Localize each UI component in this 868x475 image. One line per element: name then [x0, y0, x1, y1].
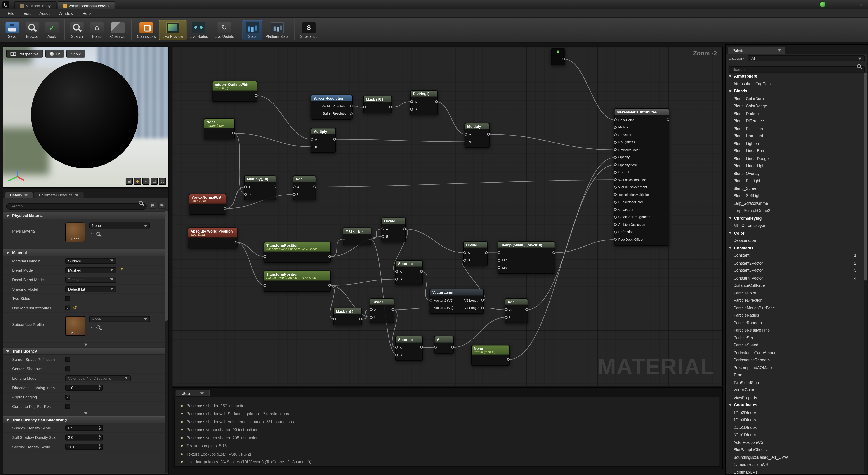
node-transformposition[interactable]: TransformPositionAbsolute World Space to… [264, 271, 331, 291]
input-pin[interactable] [498, 259, 500, 262]
input-pin[interactable] [614, 119, 617, 121]
node-multiply[interactable]: MultiplyAB [465, 123, 490, 148]
input-pin[interactable] [614, 186, 617, 188]
contact-shadows-checkbox[interactable] [65, 366, 70, 371]
input-pin[interactable] [614, 216, 617, 218]
input-pin[interactable] [311, 138, 313, 140]
toolbar-stats-button[interactable]: Stats [242, 20, 262, 40]
palette-item-lerp-scratchgrime[interactable]: Lerp_ScratchGrime [727, 199, 863, 207]
output-pin[interactable] [359, 318, 362, 320]
palette-item-blend-lineardodge[interactable]: Blend_LinearDodge [727, 155, 863, 162]
input-pin[interactable] [244, 193, 247, 196]
toolbar-search-button[interactable]: Search [67, 20, 87, 40]
input-pin[interactable] [614, 201, 617, 203]
output-pin[interactable] [328, 255, 331, 258]
input-pin[interactable] [434, 346, 437, 349]
palette-item-blend-softlight[interactable]: Blend_SoftLight [727, 192, 863, 199]
subsurface-profile-thumbnail[interactable]: None [65, 316, 85, 336]
palette-item-blend-difference[interactable]: Blend_Difference [727, 117, 863, 125]
palette-item-particlerandom[interactable]: ParticleRandom [727, 319, 863, 326]
palette-item-blursampleoffsets[interactable]: BlurSampleOffsets [727, 446, 863, 453]
output-pin[interactable] [403, 227, 406, 230]
reset-to-default-icon[interactable]: ↺ [73, 305, 77, 310]
node-subtract[interactable]: SubtractAB [395, 260, 423, 285]
node-absolute-world-position[interactable]: Absolute World PositionInput Data [188, 227, 237, 248]
output-pin[interactable] [485, 251, 488, 254]
node-mask-b[interactable]: Mask ( B ) [333, 308, 362, 325]
directional-lighting-inten-field[interactable]: 1.0 [65, 384, 103, 390]
shading-model-dropdown[interactable]: Default Lit [65, 286, 116, 292]
palette-item-blend-exclusion[interactable]: Blend_Exclusion [727, 125, 863, 132]
palette-item-blend-linearlight[interactable]: Blend_LinearLight [727, 162, 863, 170]
menu-help[interactable]: Help [78, 10, 95, 17]
toolbar-connectors-button[interactable]: Connectors [133, 20, 159, 40]
input-pin[interactable] [614, 149, 617, 151]
spinner-icon[interactable] [98, 426, 102, 430]
palette-group-color[interactable]: Color [727, 229, 863, 237]
toolbar-home-button[interactable]: ⌂Home [87, 20, 107, 40]
input-pin[interactable] [614, 223, 617, 226]
input-pin[interactable] [505, 309, 507, 311]
node-mask-b[interactable]: Mask ( B ) [343, 227, 371, 245]
close-button[interactable]: × [855, 0, 867, 9]
palette-item-particleradius[interactable]: ParticleRadius [727, 312, 863, 319]
spinner-icon[interactable] [98, 435, 102, 439]
menu-window[interactable]: Window [54, 10, 78, 17]
palette-item-desaturation[interactable]: Desaturation [727, 237, 863, 244]
palette-item-distancecullfade[interactable]: DistanceCullFade [727, 282, 863, 289]
palette-item-particlespeed[interactable]: ParticleSpeed [727, 342, 863, 349]
filter-grid-icon[interactable]: ▦ [149, 201, 156, 208]
palette-item-lerp-scratchgrime2[interactable]: Lerp_ScratchGrime2 [727, 207, 863, 215]
material-domain-dropdown[interactable]: Surface [65, 258, 116, 264]
output-pin[interactable] [223, 207, 226, 210]
node-transformposition[interactable]: TransformPositionAbsolute World Space to… [264, 242, 331, 262]
palette-item-blend-colordodge[interactable]: Blend_ColorDodge [727, 102, 863, 110]
input-pin[interactable] [463, 251, 466, 254]
reset-to-default-icon[interactable]: ↺ [119, 268, 123, 273]
use-selected-icon[interactable]: ← [90, 324, 95, 329]
viewport-show-button[interactable]: Show [66, 50, 85, 57]
palette-item-particlesize[interactable]: ParticleSize [727, 334, 863, 342]
output-pin[interactable] [313, 186, 316, 188]
window-tab-vrmmtoonbaseopaque[interactable]: VrmMToonBaseOpaque [57, 1, 115, 9]
tab-palette[interactable]: Palette [728, 47, 785, 54]
tab-details[interactable]: Details [5, 192, 33, 198]
tab-stats[interactable]: Stats [176, 389, 210, 396]
toolbar-live-preview-button[interactable]: Live Preview [159, 20, 186, 40]
input-pin[interactable] [264, 284, 266, 287]
output-pin[interactable] [333, 138, 336, 140]
spinner-icon[interactable] [98, 385, 102, 389]
input-pin[interactable] [465, 140, 467, 143]
input-pin[interactable] [498, 266, 500, 269]
advanced-expander[interactable] [3, 411, 168, 416]
output-pin[interactable] [562, 58, 565, 60]
palette-item-vertexcolor[interactable]: VertexColor [727, 386, 863, 394]
palette-item-blend-hardlight[interactable]: Blend_HardLight [727, 132, 863, 140]
output-pin[interactable] [255, 94, 257, 97]
palette-item-constant[interactable]: Constant1 [727, 252, 863, 259]
input-pin[interactable] [343, 238, 345, 240]
output-pin[interactable] [391, 309, 394, 311]
compute-fog-per-pixel-checkbox[interactable] [65, 404, 70, 409]
section-physical-material[interactable]: Physical Material [3, 212, 168, 219]
output-pin[interactable] [420, 346, 423, 349]
output-pin[interactable] [350, 112, 352, 115]
input-pin[interactable] [395, 353, 398, 356]
output-pin[interactable] [435, 100, 438, 103]
palette-item-constant4vector[interactable]: Constant4Vector4 [727, 274, 863, 282]
lighting-mode-dropdown[interactable]: Volumetric NonDirectional [65, 375, 131, 381]
maximize-button[interactable]: □ [844, 0, 855, 9]
input-pin[interactable] [395, 278, 398, 280]
category-dropdown[interactable]: All [748, 55, 865, 61]
palette-item-perinstancefadeamount[interactable]: PerInstanceFadeAmount [727, 349, 863, 356]
subsurface-profile-dropdown[interactable]: None [89, 316, 150, 322]
palette-item-particlecolor[interactable]: ParticleColor [727, 289, 863, 297]
menu-edit[interactable]: Edit [19, 10, 35, 17]
phys-material-dropdown[interactable]: None [89, 222, 150, 228]
viewport-perspective-button[interactable]: Perspective [6, 50, 43, 57]
section-material[interactable]: Material [3, 249, 168, 256]
output-pin[interactable] [481, 299, 484, 302]
palette-item-viewproperty[interactable]: ViewProperty [727, 394, 863, 401]
menu-asset[interactable]: Asset [35, 10, 54, 17]
phys-material-thumbnail[interactable]: None [65, 222, 85, 242]
